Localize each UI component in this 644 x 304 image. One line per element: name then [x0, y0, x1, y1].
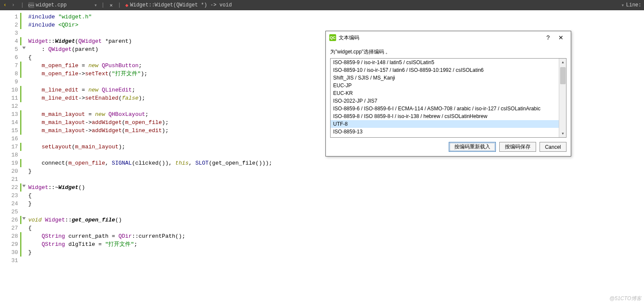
line-number: 31	[0, 257, 21, 265]
separator: |	[99, 2, 107, 8]
line-number: 12	[0, 102, 21, 110]
cancel-button[interactable]: Cancel	[540, 142, 566, 152]
line-number: 5	[0, 45, 21, 53]
encoding-option[interactable]: EUC-JP	[331, 82, 559, 89]
line-number: 20	[0, 167, 21, 175]
encoding-option[interactable]: Shift_JIS / SJIS / MS_Kanji	[331, 74, 559, 82]
scroll-down-icon[interactable]: ▼	[559, 130, 566, 137]
line-number: 11	[0, 94, 21, 102]
top-toolbar: ‹ › | C++ widget.cpp ▾ | ✕ | ◆ Widget::W…	[0, 0, 644, 10]
line-number: 28	[0, 232, 21, 240]
line-number: 13	[0, 110, 21, 118]
fold-toggle-icon[interactable]	[22, 185, 26, 187]
separator: |	[115, 2, 123, 8]
line-number: 8	[0, 70, 21, 78]
app-icon: QC	[329, 34, 336, 41]
separator: |	[18, 2, 26, 8]
line-number: 26	[0, 216, 21, 224]
scroll-thumb[interactable]	[560, 67, 566, 84]
line-number: 16	[0, 135, 21, 143]
encoding-option[interactable]: ISO-8859-13	[331, 128, 559, 136]
save-with-encoding-button[interactable]: 按编码保存	[499, 142, 536, 152]
modified-indicator-icon: ◆	[124, 2, 130, 9]
line-number: 4	[0, 37, 21, 45]
line-number: 29	[0, 240, 21, 248]
line-number: 27	[0, 224, 21, 232]
encoding-listbox[interactable]: ISO-8859-9 / iso-ir-148 / latin5 / csISO…	[330, 58, 566, 138]
encoding-option[interactable]: ISO-2022-JP / JIS7	[331, 97, 559, 105]
line-number: 6	[0, 53, 21, 62]
line-number: 22	[0, 183, 21, 192]
line-number: 23	[0, 192, 21, 200]
dialog-title: 文本编码	[339, 34, 542, 41]
line-indicator: Line:	[626, 2, 644, 8]
encoding-option[interactable]: ISO-8859-9 / iso-ir-148 / latin5 / csISO…	[331, 59, 559, 66]
line-number: 30	[0, 248, 21, 257]
line-number: 18	[0, 151, 21, 159]
line-number: 7	[0, 62, 21, 70]
line-number: 2	[0, 21, 21, 29]
help-icon[interactable]: ?	[542, 34, 555, 41]
line-number: 19	[0, 159, 21, 167]
close-icon[interactable]: ✕	[555, 34, 567, 41]
line-number-gutter: 1234567891011121314151617181920212223242…	[0, 10, 21, 304]
breadcrumb[interactable]: Widget::Widget(QWidget *) -> void	[130, 2, 232, 8]
file-dropdown-icon[interactable]: ▾	[92, 2, 99, 9]
line-number: 3	[0, 29, 21, 37]
line-number: 24	[0, 200, 21, 208]
dialog-titlebar[interactable]: QC 文本编码 ? ✕	[326, 31, 571, 44]
line-number: 25	[0, 208, 21, 216]
encoding-option[interactable]: EUC-KR	[331, 89, 559, 97]
nav-forward-icon[interactable]: ›	[10, 2, 16, 8]
text-encoding-dialog: QC 文本编码 ? ✕ 为"widget.cpp"选择编码 。 ISO-8859…	[325, 31, 571, 156]
nav-group: ‹ ›	[0, 2, 18, 8]
line-number: 9	[0, 78, 21, 86]
encoding-option[interactable]: UTF-8	[331, 120, 559, 128]
scroll-up-icon[interactable]: ▲	[559, 59, 566, 66]
dialog-message: 为"widget.cpp"选择编码 。	[330, 47, 566, 58]
fold-toggle-icon[interactable]	[22, 217, 26, 220]
file-name-label[interactable]: widget.cpp	[36, 2, 92, 8]
line-number: 15	[0, 127, 21, 135]
breadcrumb-dropdown-icon[interactable]: ▾	[620, 2, 626, 9]
line-number: 14	[0, 118, 21, 127]
scrollbar[interactable]: ▲ ▼	[559, 59, 566, 137]
fold-toggle-icon[interactable]	[22, 47, 26, 49]
reload-with-encoding-button[interactable]: 按编码重新载入	[449, 142, 496, 152]
line-number: 1	[0, 13, 21, 21]
line-number: 21	[0, 175, 21, 183]
line-number: 10	[0, 86, 21, 94]
file-type-icon: C++	[28, 2, 34, 8]
line-number: 17	[0, 143, 21, 151]
encoding-option[interactable]: ISO-8859-8 / ISO 8859-8-I / iso-ir-138 /…	[331, 112, 559, 120]
watermark: @51CTO博客	[609, 295, 641, 302]
nav-back-icon[interactable]: ‹	[2, 2, 8, 8]
encoding-option[interactable]: ISO-8859-6 / ISO-8859-6-I / ECMA-114 / A…	[331, 105, 559, 112]
encoding-option[interactable]: ISO-8859-10 / iso-ir-157 / latin6 / ISO-…	[331, 66, 559, 74]
close-tab-icon[interactable]: ✕	[107, 2, 115, 9]
